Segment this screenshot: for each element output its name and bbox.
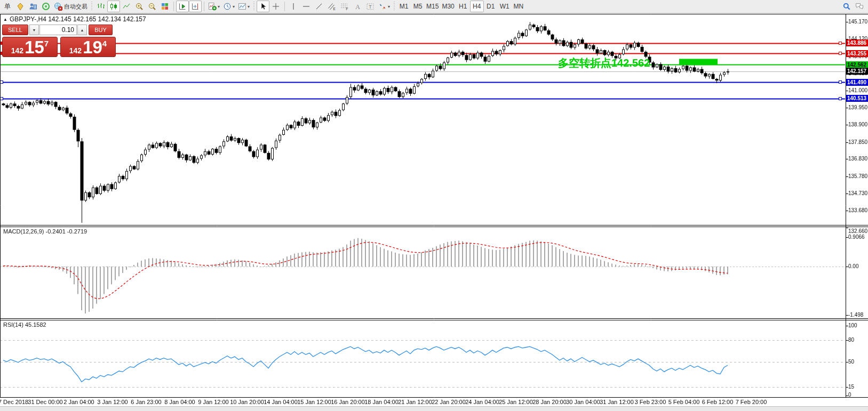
candlestick-chart-button[interactable] (107, 1, 120, 12)
price-tick-label: 139.950 (848, 104, 868, 110)
vline-icon (289, 2, 298, 11)
profile-icon (29, 2, 37, 11)
price-tick-label: 137.850 (848, 139, 868, 145)
tf-mn-button[interactable]: MN (512, 1, 525, 12)
indicators-button[interactable]: ▾ (206, 1, 221, 12)
arrows-button[interactable]: ▾ (377, 1, 392, 12)
pivot-annotation[interactable]: 多空转折点142.562 (558, 56, 681, 70)
price-tick-label: 145.170 (848, 19, 868, 25)
toolbar-group-timeframes: M1M5M15M30H1H4D1W1MN (397, 0, 525, 13)
line-chart-button[interactable] (120, 1, 133, 12)
svg-text:A: A (355, 3, 360, 11)
svg-text:T: T (369, 4, 372, 10)
toolbar: 单自动交易▾▾▾EFAT▾M1M5M15M30H1H4D1W1MN (0, 0, 868, 13)
macd-tick-label: -1.498 (848, 312, 868, 318)
vertical-line-button[interactable] (287, 1, 300, 12)
buy-price-display[interactable]: 142194 (60, 37, 116, 57)
price-tick-label: 133.680 (848, 207, 868, 213)
volume-input[interactable] (39, 25, 77, 35)
price-line-tag: 140.513 (846, 95, 868, 102)
tf-d1-label: D1 (487, 3, 495, 10)
window-bottom-strip (0, 406, 868, 411)
tf-h4-button[interactable]: H4 (470, 1, 484, 12)
collapse-panel-icon[interactable]: ▲ (3, 17, 7, 22)
zoom-out-icon (148, 2, 156, 11)
toolbar-separator (284, 2, 285, 11)
price-tick-label: 138.900 (848, 122, 868, 127)
chart-canvas[interactable] (0, 0, 868, 411)
auto-scroll-button[interactable] (176, 1, 189, 12)
tf-d1-button[interactable]: D1 (484, 1, 498, 12)
price-tick-label: 136.830 (848, 156, 868, 162)
autotrade-button[interactable]: 自动交易 (52, 1, 89, 12)
equidistant-channel-button[interactable]: E (325, 1, 338, 12)
price-tick-label: 135.780 (848, 173, 868, 179)
new-order-label: 单 (4, 2, 11, 11)
cursor-icon (259, 2, 267, 11)
price-line-tag: 143.255 (846, 50, 868, 57)
buy-button[interactable]: BUY (89, 25, 113, 35)
tf-h1-label: H1 (459, 3, 467, 10)
sell-price-prefix: 142 (11, 46, 23, 55)
tf-h1-button[interactable]: H1 (456, 1, 470, 12)
macd-tick-label: 0.9066 (848, 234, 868, 240)
dropdown-arrow-icon: ▾ (233, 4, 235, 9)
channel-icon: E (328, 2, 336, 11)
chat-button[interactable] (853, 1, 866, 12)
dropdown-arrow-icon: ▾ (248, 4, 250, 9)
macd-tick-label: 0.00 (848, 263, 868, 269)
macd-indicator-label: MACD(12,26,9) -0.2401 -0.2719 (3, 228, 87, 235)
rsi-tick-label: 50 (848, 359, 868, 365)
new-order-button[interactable]: 单 (1, 1, 14, 12)
cursor-button[interactable] (257, 1, 269, 12)
volume-decrease-button[interactable]: ▼ (29, 25, 39, 35)
journal-button[interactable] (14, 1, 27, 12)
candles-icon (109, 2, 118, 11)
toolbar-grip (90, 2, 93, 11)
toolbar-group-right (840, 0, 866, 13)
rsi-tick-label: 15 (848, 384, 868, 390)
sell-button[interactable]: SELL (2, 25, 28, 35)
tf-m30-button[interactable]: M30 (440, 1, 456, 12)
clock-icon (223, 2, 232, 11)
dropdown-arrow-icon: ▾ (388, 4, 390, 9)
fibo-icon: F (340, 2, 349, 11)
bar-chart-button[interactable] (94, 1, 107, 12)
tile-windows-button[interactable] (158, 1, 171, 12)
tf-m15-button[interactable]: M15 (425, 1, 440, 12)
chart-shift-button[interactable] (189, 1, 202, 12)
community-icon (42, 2, 50, 11)
tf-w1-label: W1 (500, 3, 509, 10)
sell-price-display[interactable]: 142157 (2, 37, 58, 57)
hline-icon (302, 2, 310, 11)
svg-text:E: E (333, 7, 336, 11)
trend-line-button[interactable] (313, 1, 325, 12)
community-button[interactable] (39, 1, 52, 12)
zoom-out-button[interactable] (146, 1, 158, 12)
volume-increase-button[interactable]: ▲ (77, 25, 87, 35)
tf-m15-label: M15 (426, 3, 439, 10)
buy-price-sup: 4 (102, 39, 107, 47)
symbol-ohlc-text: GBPJPY-,H4 142.145 142.165 142.134 142.1… (10, 15, 146, 23)
crosshair-button[interactable] (269, 1, 282, 12)
tf-m5-button[interactable]: M5 (411, 1, 425, 12)
symbol-header: ▲GBPJPY-,H4 142.145 142.165 142.134 142.… (3, 15, 146, 23)
svg-text:F: F (346, 7, 348, 11)
periods-button[interactable]: ▾ (221, 1, 236, 12)
zoom-in-button[interactable] (133, 1, 146, 12)
toolbar-grip (393, 2, 396, 11)
templates-button[interactable]: ▾ (236, 1, 251, 12)
tf-w1-button[interactable]: W1 (498, 1, 512, 12)
profile-button[interactable] (27, 1, 39, 12)
chartshift-icon (191, 2, 200, 11)
journal-icon (16, 2, 25, 11)
text-label-button[interactable]: T (364, 1, 377, 12)
search-button[interactable] (840, 1, 853, 12)
horizontal-line-button[interactable] (300, 1, 313, 12)
one-click-trading-panel: SELL ▼ ▲ BUY 142157 142194 (2, 24, 119, 57)
template-icon (238, 2, 246, 11)
text-button[interactable]: A (351, 1, 364, 12)
toolbar-grip (252, 2, 256, 11)
fibonacci-button[interactable]: F (338, 1, 351, 12)
tf-m1-button[interactable]: M1 (397, 1, 411, 12)
